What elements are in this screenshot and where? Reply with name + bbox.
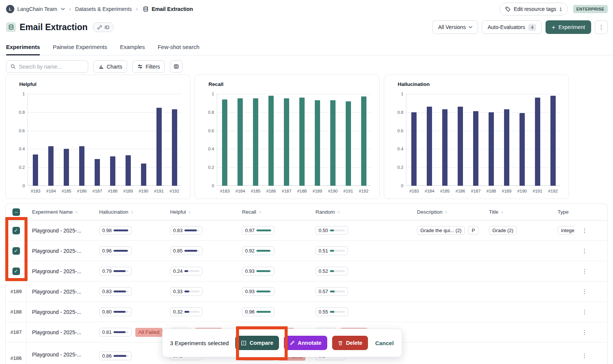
x-axis-tick: #190 — [325, 189, 340, 193]
experiment-name[interactable]: Playground - 2025-... — [32, 329, 81, 335]
sort-icon[interactable]: ↑↓ — [337, 210, 339, 214]
sort-icon[interactable]: ↑↓ — [259, 210, 261, 214]
sort-icon[interactable]: ↑↓ — [445, 210, 447, 214]
charts-button[interactable]: Charts — [93, 60, 127, 73]
tab-pairwise-experiments[interactable]: Pairwise Experiments — [53, 40, 107, 55]
tag-icon — [505, 6, 511, 12]
chart-bar — [535, 98, 540, 186]
chart-card-recall: Recall 10.80.60.40.20#183#184#185#186#18… — [195, 75, 380, 199]
new-experiment-button[interactable]: + Experiment — [546, 20, 591, 34]
sort-icon[interactable]: ↑↓ — [130, 210, 133, 214]
table-row[interactable]: #188Playground - 2025-...0.800.320.960.5… — [6, 302, 607, 322]
recall-score-pill: 0.93 — [242, 267, 274, 275]
x-axis-tick: #183 — [217, 189, 233, 193]
search-input[interactable] — [19, 64, 84, 70]
cancel-button[interactable]: Cancel — [373, 340, 396, 346]
experiment-name[interactable]: Playground - 2025-... — [32, 352, 81, 358]
helpful-score-pill: 0.83 — [170, 226, 202, 235]
row-kebab-button[interactable]: ⋮ — [579, 308, 590, 316]
experiment-name[interactable]: Playground - 2025-... — [32, 309, 81, 315]
column-header-label: Experiment Name — [32, 209, 73, 215]
sort-icon[interactable]: ↑↓ — [501, 210, 503, 214]
team-avatar[interactable]: L — [6, 5, 14, 13]
experiment-name[interactable]: Playground - 2025-... — [32, 228, 81, 234]
row-kebab-button[interactable]: ⋮ — [579, 352, 590, 360]
score-bar-track — [113, 250, 129, 252]
tab-experiments[interactable]: Experiments — [6, 40, 40, 55]
experiment-name[interactable]: Playground - 2025-... — [32, 248, 81, 254]
experiment-name[interactable]: Playground - 2025-... — [32, 289, 81, 295]
compare-button[interactable]: Compare — [235, 336, 279, 350]
search-box[interactable] — [6, 60, 88, 73]
row-kebab-button[interactable]: ⋮ — [579, 267, 590, 275]
copy-id-button[interactable]: ID — [93, 22, 114, 32]
annotate-button[interactable]: Annotate — [284, 336, 327, 350]
column-header-helpful[interactable]: Helpful↑↓ — [165, 209, 237, 215]
chart-bar — [411, 112, 417, 186]
edit-tags-count: 1 — [559, 6, 562, 12]
row-checkbox[interactable]: ✓ — [12, 268, 20, 275]
breadcrumb-section[interactable]: Datasets & Experiments — [75, 6, 132, 12]
column-header-description[interactable]: Description↑↓ — [412, 209, 484, 215]
table-row[interactable]: ✓Playground - 2025-...0.790.240.930.52⋮ — [6, 261, 607, 281]
row-select-cell: ✓ — [6, 220, 27, 240]
x-axis-tick: #187 — [468, 189, 484, 193]
column-header-recall[interactable]: Recall↑↓ — [237, 209, 310, 215]
type-cell — [552, 343, 574, 352]
chart-bar — [458, 107, 463, 186]
columns-button[interactable] — [170, 60, 182, 73]
row-select-cell: #189 — [6, 281, 27, 301]
page-more-actions-button[interactable]: ⋮ — [595, 20, 608, 34]
filters-button[interactable]: Filters — [132, 60, 165, 73]
hallucination-score-pill: 0.83 — [99, 287, 132, 296]
sort-icon[interactable]: ↑↓ — [188, 210, 190, 214]
column-header-title[interactable]: Title↑↓ — [484, 209, 552, 215]
sort-icon[interactable]: ↑↓ — [75, 210, 77, 214]
breadcrumb-team[interactable]: LangChain Team — [17, 6, 57, 12]
x-axis-tick: #189 — [310, 189, 325, 193]
score-bar-fill — [113, 331, 126, 333]
column-header-hallucination[interactable]: Hallucination↑↓ — [94, 209, 165, 215]
delete-button[interactable]: Delete — [332, 336, 368, 350]
all-versions-dropdown[interactable]: All Versions — [432, 20, 478, 34]
y-axis-tick: 1 — [203, 92, 214, 96]
score-bar-track — [113, 270, 129, 272]
y-axis-tick: 1 — [392, 92, 403, 96]
trash-icon — [338, 340, 343, 346]
chart-bar — [330, 100, 336, 186]
score-value: 0.83 — [102, 289, 112, 294]
experiment-name-cell: Playground - 2025-... — [27, 268, 94, 274]
tab-few-shot-search[interactable]: Few-shot search — [158, 40, 199, 55]
row-kebab-button[interactable]: ⋮ — [579, 288, 590, 296]
row-checkbox[interactable]: ✓ — [12, 247, 20, 255]
row-kebab-button[interactable]: ⋮ — [579, 226, 590, 235]
hallucination-cell: 0.98 — [94, 226, 165, 235]
chart-plot-helpful: 10.80.60.40.20#183#184#185#186#187#188#1… — [28, 94, 182, 186]
recall-cell: 0.93 — [237, 267, 310, 275]
score-bar-track — [113, 331, 129, 333]
row-kebab-button[interactable]: ⋮ — [579, 247, 590, 255]
experiment-name[interactable]: Playground - 2025-... — [32, 268, 81, 274]
table-row[interactable]: ✓Playground - 2025-...0.980.830.970.50Gr… — [6, 220, 607, 241]
breadcrumb-page[interactable]: Email Extraction — [152, 6, 193, 12]
helpful-cell: 0.32 — [165, 307, 237, 316]
column-header-experiment-name[interactable]: Experiment Name↑↓ — [27, 209, 94, 215]
chart-bar — [48, 146, 54, 186]
score-value: 0.51 — [319, 248, 328, 254]
tab-examples[interactable]: Examples — [120, 40, 145, 55]
row-kebab-button[interactable]: ⋮ — [579, 328, 590, 336]
auto-evaluators-button[interactable]: Auto-Evaluators 4 — [482, 20, 542, 34]
title-cell: Grade (2) — [484, 226, 552, 235]
chevron-down-icon[interactable] — [61, 8, 65, 11]
column-header-random[interactable]: Random↑↓ — [310, 209, 412, 215]
edit-resource-tags-button[interactable]: Edit resource tags 1 — [500, 3, 568, 15]
column-header-type[interactable]: Type — [552, 209, 574, 215]
score-value: 0.93 — [245, 268, 254, 274]
row-checkbox[interactable]: ✓ — [12, 227, 20, 234]
hallucination-score-pill: 0.86 — [99, 352, 132, 360]
experiment-name-cell: Playground - 2025-... — [27, 343, 94, 358]
select-all-checkbox[interactable]: – — [12, 208, 20, 216]
table-row[interactable]: ✓Playground - 2025-...0.960.850.920.51⋮ — [6, 241, 607, 261]
table-row[interactable]: #189Playground - 2025-...0.830.330.930.5… — [6, 281, 607, 302]
tab-bar: Experiments Pairwise Experiments Example… — [0, 40, 613, 55]
